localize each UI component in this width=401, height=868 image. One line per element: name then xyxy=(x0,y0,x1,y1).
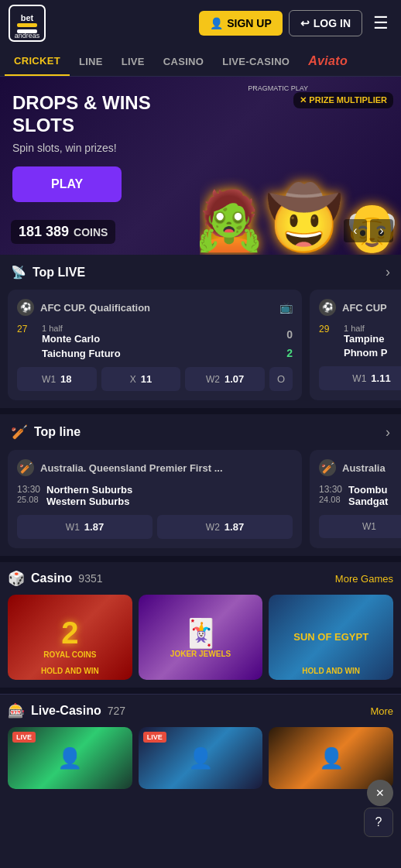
nav-aviator[interactable]: Aviato xyxy=(299,46,357,76)
line-odd-w1-2[interactable]: W1 xyxy=(319,515,401,538)
more-games-link[interactable]: More Games xyxy=(335,573,393,585)
banner-title: DROPS & WINS SLOTS xyxy=(12,92,190,137)
live-match-card-1: ⚽ AFC CUP. Qualification 📺 27 1 half Mon… xyxy=(8,290,302,400)
live-casino-header: 🎰 Live-Casino 727 More xyxy=(8,702,393,719)
line-time-2: 13:30 xyxy=(319,484,342,495)
menu-button[interactable]: ☰ xyxy=(368,9,393,38)
nav-line[interactable]: LINE xyxy=(70,48,112,75)
divider-1 xyxy=(0,408,401,414)
casino-header: 🎲 Casino 9351 More Games xyxy=(8,570,393,587)
banner-counter: 181 389 COINS xyxy=(11,220,115,244)
team-row-2b: Phnom P xyxy=(319,347,401,359)
league-icon-1: ⚽ xyxy=(17,299,34,316)
logo: bet andreas xyxy=(8,4,46,43)
top-line-matches: 🏏 Australia. Queensland Premier First ..… xyxy=(0,450,401,556)
odd-w1-1[interactable]: W1 18 xyxy=(17,367,97,391)
top-line-section-header: 🏏 Top line › xyxy=(0,414,401,450)
counter-label: COINS xyxy=(74,226,108,238)
live-casino-games: LIVE 👤 LIVE 👤 👤 xyxy=(8,727,393,789)
banner-next-button[interactable]: › xyxy=(370,219,393,242)
top-live-arrow[interactable]: › xyxy=(386,264,390,280)
hamburger-icon: ☰ xyxy=(373,13,389,33)
svg-text:andreas: andreas xyxy=(15,32,40,39)
line-team-row-2a: 13:30 24.08 Toombu Sandgat xyxy=(319,484,401,507)
live-game-card-1[interactable]: LIVE 👤 xyxy=(8,727,132,789)
prize-badge: ✕ PRIZE MULTIPLIER xyxy=(293,92,393,108)
live-badge-1: LIVE xyxy=(12,732,36,743)
svg-rect-2 xyxy=(17,23,37,27)
header: bet andreas 👤 SIGN UP ↩ LOG IN ☰ xyxy=(0,0,401,46)
odds-row-1: W1 18 X 11 W2 1.07 O xyxy=(17,367,293,391)
live-signal-icon: 📡 xyxy=(11,265,26,280)
nav-casino[interactable]: CASINO xyxy=(154,48,213,75)
close-icon: ✕ xyxy=(375,787,385,797)
top-live-matches: ⚽ AFC CUP. Qualification 📺 27 1 half Mon… xyxy=(0,290,401,408)
match-half-1: 1 half xyxy=(42,324,100,333)
line-odd-w2-1[interactable]: W2 1.87 xyxy=(157,515,293,539)
score-1a: 0 xyxy=(286,328,293,341)
match-teams-2: 29 1 half Tampine Phnom P xyxy=(319,324,401,359)
match-header-1: ⚽ AFC CUP. Qualification 📺 xyxy=(17,299,293,316)
casino-count: 9351 xyxy=(78,572,102,585)
match-minute-2: 29 xyxy=(319,324,338,345)
odd-x-1[interactable]: X 11 xyxy=(101,367,181,391)
svg-text:bet: bet xyxy=(21,13,34,22)
league-icon-2: ⚽ xyxy=(319,299,336,316)
casino-games-list: 2 ROYAL COINS HOLD AND WIN 🃏 JOKER JEWEL… xyxy=(8,595,393,680)
line-odds-row-2: W1 xyxy=(319,515,401,538)
top-live-section-header: 📡 Top LIVE › xyxy=(0,255,401,290)
signup-button[interactable]: 👤 SIGN UP xyxy=(199,11,283,36)
team-name-2a: Tampine xyxy=(344,333,385,345)
team-name-2b: Phnom P xyxy=(344,347,387,359)
counter-number: 181 389 xyxy=(19,224,69,240)
team-name-1b: Taichung Futuro xyxy=(42,348,121,359)
line-time-1: 13:30 xyxy=(17,484,40,495)
live-casino-more-link[interactable]: More xyxy=(370,705,393,717)
line-date-2: 24.08 xyxy=(319,495,342,504)
team-row-2a: 29 1 half Tampine xyxy=(319,324,401,345)
line-team-name-2b: Sandgat xyxy=(348,496,388,507)
nav-live[interactable]: LIVE xyxy=(112,48,154,75)
match-league-2: ⚽ AFC CUP xyxy=(319,299,387,316)
character-center-icon: 🤠 xyxy=(266,182,343,255)
login-button[interactable]: ↩ LOG IN xyxy=(289,10,362,36)
banner-play-button[interactable]: PLAY xyxy=(12,166,122,202)
odd-w1-2[interactable]: W1 1.11 xyxy=(319,366,401,390)
line-odd-w1-1[interactable]: W1 1.87 xyxy=(17,515,153,539)
line-team-name-2a: Toombu xyxy=(348,484,388,496)
nav-live-casino[interactable]: LIVE-CASINO xyxy=(213,48,299,75)
live-casino-title: 🎰 Live-Casino 727 xyxy=(8,702,125,719)
line-league-icon-1: 🏏 xyxy=(17,459,34,476)
casino-game-sun-egypt[interactable]: SUN OF EGYPT HOLD AND WIN xyxy=(269,595,393,680)
casino-game-joker[interactable]: 🃏 JOKER JEWELS xyxy=(139,595,263,680)
top-line-arrow[interactable]: › xyxy=(386,424,390,441)
odds-row-2: W1 1.11 xyxy=(319,366,401,390)
main-nav: CRICKET LINE LIVE CASINO LIVE-CASINO Avi… xyxy=(0,46,401,77)
team-row-1a: 27 1 half Monte Carlo 0 xyxy=(17,324,293,345)
live-casino-icon: 🎰 xyxy=(8,702,25,719)
team-name-1a: Monte Carlo xyxy=(42,333,100,345)
live-game-card-3[interactable]: 👤 xyxy=(269,727,393,789)
live-tv-icon-1: 📺 xyxy=(279,301,293,314)
line-match-card-1: 🏏 Australia. Queensland Premier First ..… xyxy=(8,450,302,548)
person-icon: 👤 xyxy=(210,17,223,29)
line-match-teams-1: 13:30 25.08 Northern Suburbs Western Sub… xyxy=(17,484,293,507)
live-game-card-2[interactable]: LIVE 👤 xyxy=(139,727,263,789)
match-teams-1: 27 1 half Monte Carlo 0 Taichung Futuro … xyxy=(17,324,293,359)
game-subtitle-1: HOLD AND WIN xyxy=(8,667,132,675)
line-team-name-1b: Western Suburbs xyxy=(46,496,132,507)
match-header-2: ⚽ AFC CUP xyxy=(319,299,401,316)
live-casino-section: 🎰 Live-Casino 727 More LIVE 👤 LIVE 👤 👤 xyxy=(0,694,401,797)
odd-more-1[interactable]: O xyxy=(269,367,293,391)
line-date-1: 25.08 xyxy=(17,495,40,504)
match-league-1: ⚽ AFC CUP. Qualification xyxy=(17,299,150,316)
nav-cricket[interactable]: CRICKET xyxy=(5,47,70,76)
line-team-row-1a: 13:30 25.08 Northern Suburbs Western Sub… xyxy=(17,484,293,507)
top-line-title: 🏏 Top line xyxy=(11,424,81,441)
spacer-1 xyxy=(17,348,36,359)
banner-prev-button[interactable]: ‹ xyxy=(344,219,367,242)
line-match-header-1: 🏏 Australia. Queensland Premier First ..… xyxy=(17,459,293,476)
live-match-card-2: ⚽ AFC CUP 29 1 half Tampine Phnom P xyxy=(310,290,401,400)
odd-w2-1[interactable]: W2 1.07 xyxy=(185,367,265,391)
casino-game-royal-coins[interactable]: 2 ROYAL COINS HOLD AND WIN xyxy=(8,595,132,680)
